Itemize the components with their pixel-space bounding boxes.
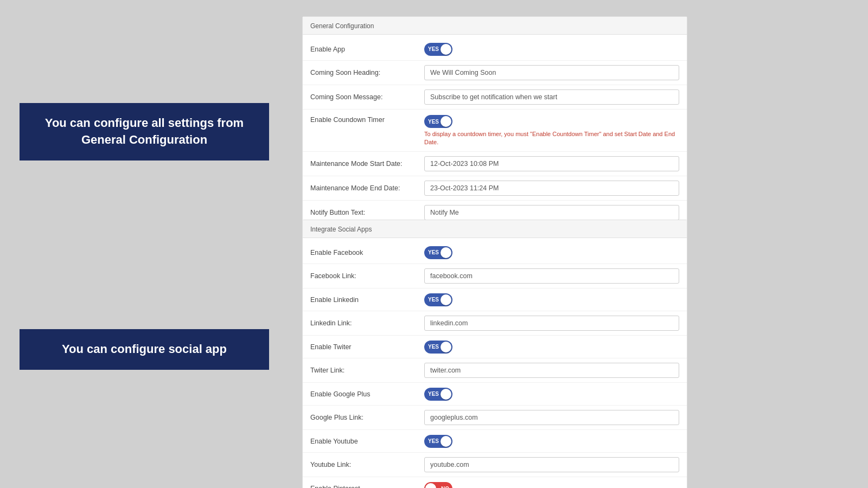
maintenance-end-label: Maintenance Mode End Date: [310,184,424,192]
banner-top-line1: You can configure all settings from [45,116,244,130]
enable-google-plus-toggle[interactable]: YES [424,388,452,401]
enable-app-row: Enable App YES [303,38,687,61]
coming-soon-heading-label: Coming Soon Heading: [310,69,424,76]
enable-youtube-toggle-label: YES [428,438,439,444]
enable-pinterest-toggle-label: NO [441,486,449,489]
facebook-link-row: Facebook Link: [303,264,687,288]
maintenance-end-row: Maintenance Mode End Date: [303,176,687,201]
enable-pinterest-row: Enable Pinterest NO [303,477,687,488]
coming-soon-message-input[interactable] [424,89,679,105]
youtube-link-control [424,457,679,472]
enable-youtube-label: Enable Youtube [310,438,424,445]
enable-app-toggle-label: YES [428,46,439,52]
enable-app-knob [441,44,451,55]
enable-youtube-toggle[interactable]: YES [424,435,452,448]
enable-twiter-label: Enable Twiter [310,343,424,351]
enable-youtube-knob [441,436,451,447]
twiter-link-input[interactable] [424,363,679,378]
facebook-link-control [424,268,679,284]
maintenance-end-control [424,181,679,196]
enable-linkedin-label: Enable Linkedin [310,296,424,304]
enable-facebook-toggle[interactable]: YES [424,246,452,259]
google-plus-link-input[interactable] [424,410,679,425]
general-config-banner: You can configure all settings from Gene… [20,103,269,160]
coming-soon-message-control [424,89,679,105]
enable-linkedin-control: YES [424,293,679,306]
twiter-link-control [424,363,679,378]
coming-soon-message-label: Coming Soon Message: [310,93,424,101]
enable-app-toggle[interactable]: YES [424,43,452,56]
enable-twiter-toggle[interactable]: YES [424,341,452,354]
social-config-title: Integrate Social Apps [303,220,687,238]
google-plus-link-control [424,410,679,425]
enable-countdown-toggle-label: YES [428,119,439,125]
enable-app-label: Enable App [310,46,424,53]
social-config-body: Enable Facebook YES Facebook Link: Enabl… [303,238,687,488]
coming-soon-heading-control [424,65,679,80]
maintenance-start-row: Maintenance Mode Start Date: [303,152,687,176]
enable-google-plus-toggle-label: YES [428,391,439,397]
enable-google-plus-label: Enable Google Plus [310,390,424,398]
enable-facebook-row: Enable Facebook YES [303,241,687,264]
enable-twiter-control: YES [424,341,679,354]
enable-twiter-knob [441,342,451,352]
enable-facebook-control: YES [424,246,679,259]
linkedin-link-label: Linkedin Link: [310,319,424,327]
banner-bottom-text: You can configure social app [62,342,227,356]
enable-twiter-row: Enable Twiter YES [303,336,687,358]
maintenance-start-control [424,156,679,171]
general-config-panel: General Configuration Enable App YES Com… [302,16,687,228]
banner-top-line2: General Configuration [81,133,207,146]
maintenance-start-input[interactable] [424,156,679,171]
enable-youtube-row: Enable Youtube YES [303,430,687,453]
notify-btn-text-label: Notify Button Text: [310,209,424,216]
general-config-body: Enable App YES Coming Soon Heading: Comi… [303,35,687,228]
facebook-link-input[interactable] [424,268,679,284]
linkedin-link-control [424,316,679,331]
coming-soon-heading-row: Coming Soon Heading: [303,61,687,85]
enable-linkedin-knob [441,294,451,305]
enable-google-plus-knob [441,389,451,400]
google-plus-link-label: Google Plus Link: [310,414,424,421]
enable-app-control: YES [424,43,679,56]
youtube-link-input[interactable] [424,457,679,472]
enable-countdown-toggle[interactable]: YES [424,115,452,128]
social-config-banner: You can configure social app [20,329,269,370]
notify-btn-text-control [424,205,679,220]
maintenance-start-label: Maintenance Mode Start Date: [310,160,424,168]
enable-pinterest-label: Enable Pinterest [310,485,424,488]
enable-pinterest-toggle[interactable]: NO [424,482,452,488]
twiter-link-label: Twiter Link: [310,367,424,374]
enable-countdown-toggle-wrap: YES [424,115,679,128]
enable-google-plus-control: YES [424,388,679,401]
enable-linkedin-row: Enable Linkedin YES [303,288,687,311]
enable-youtube-control: YES [424,435,679,448]
enable-countdown-row: Enable Coundown Timer YES To display a c… [303,110,687,152]
enable-linkedin-toggle[interactable]: YES [424,293,452,306]
countdown-hint: To display a countdown timer, you must "… [424,130,679,147]
youtube-link-row: Youtube Link: [303,453,687,477]
coming-soon-heading-input[interactable] [424,65,679,80]
enable-countdown-control: YES To display a countdown timer, you mu… [424,115,679,147]
coming-soon-message-row: Coming Soon Message: [303,85,687,110]
enable-pinterest-knob [425,483,436,488]
general-config-title: General Configuration [303,17,687,35]
enable-twiter-toggle-label: YES [428,344,439,350]
facebook-link-label: Facebook Link: [310,272,424,280]
notify-btn-text-input[interactable] [424,205,679,220]
twiter-link-row: Twiter Link: [303,358,687,383]
enable-google-plus-row: Enable Google Plus YES [303,383,687,406]
enable-facebook-knob [441,247,451,258]
linkedin-link-row: Linkedin Link: [303,311,687,336]
linkedin-link-input[interactable] [424,316,679,331]
enable-facebook-label: Enable Facebook [310,249,424,256]
enable-countdown-knob [441,116,451,127]
social-config-panel: Integrate Social Apps Enable Facebook YE… [302,220,687,488]
enable-app-toggle-wrap: YES [424,43,679,56]
enable-pinterest-control: NO [424,482,679,488]
youtube-link-label: Youtube Link: [310,461,424,468]
enable-linkedin-toggle-label: YES [428,297,439,303]
maintenance-end-input[interactable] [424,181,679,196]
enable-countdown-label: Enable Coundown Timer [310,115,424,124]
google-plus-link-row: Google Plus Link: [303,406,687,430]
